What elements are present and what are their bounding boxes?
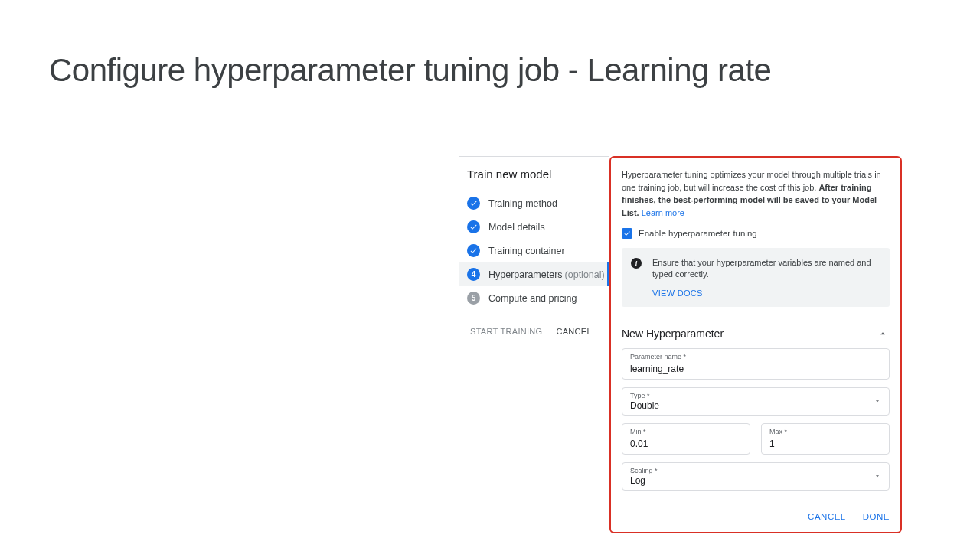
cancel-button[interactable]: CANCEL [556,327,591,336]
panel-done-button[interactable]: DONE [863,512,890,521]
page-title: Configure hyperparameter tuning job - Le… [49,52,771,89]
panel-actions: CANCEL DONE [622,512,890,521]
field-label: Min * [630,428,742,435]
min-field[interactable]: Min * [622,423,750,455]
max-input[interactable] [769,439,881,449]
step-label: Hyperparameters [488,269,563,280]
parameter-name-field[interactable]: Parameter name * [622,348,890,380]
scaling-field[interactable]: Scaling * Log [622,462,890,491]
stepper-title: Train new model [467,168,609,181]
scaling-value: Log [630,475,881,486]
hyperparameter-header: New Hyperparameter [622,327,890,341]
type-field[interactable]: Type * Double [622,387,890,416]
chevron-down-icon [874,469,881,483]
checkbox-checked-icon[interactable] [622,228,632,239]
max-field[interactable]: Max * [761,423,890,455]
step-model-details[interactable]: Model details [459,215,609,239]
step-number-icon: 4 [467,268,480,281]
view-docs-link[interactable]: VIEW DOCS [652,289,880,298]
enable-tuning-label: Enable hyperparameter tuning [639,229,757,238]
step-label: Training method [488,198,557,209]
step-label: Model details [488,222,545,233]
enable-tuning-row[interactable]: Enable hyperparameter tuning [622,228,890,239]
hyperparameter-panel: Hyperparameter tuning optimizes your mod… [609,156,902,533]
step-label: Compute and pricing [488,293,577,304]
parameter-name-input[interactable] [630,364,881,374]
info-banner: i Ensure that your hyperparameter variab… [622,248,890,307]
step-optional-label: (optional) [565,269,605,280]
info-icon: i [631,258,642,269]
chevron-down-icon [874,394,881,408]
panel-cancel-button[interactable]: CANCEL [808,512,846,521]
intro-text: Hyperparameter tuning optimizes your mod… [622,168,890,219]
step-hyperparameters[interactable]: 4 Hyperparameters (optional) [459,262,609,286]
type-value: Double [630,400,881,411]
step-training-container[interactable]: Training container [459,239,609,262]
info-text: Ensure that your hyperparameter variable… [652,257,880,281]
hyperparameter-title: New Hyperparameter [622,328,724,340]
field-label: Scaling * [630,467,881,474]
stepper-panel: Train new model Training method Model de… [459,156,609,336]
check-icon [467,197,480,210]
step-label: Training container [488,246,565,256]
field-label: Type * [630,392,881,399]
start-training-button[interactable]: START TRAINING [470,327,542,336]
field-label: Max * [769,428,881,435]
min-input[interactable] [630,439,742,449]
chevron-up-icon[interactable] [876,327,890,341]
check-icon [467,244,480,257]
check-icon [467,220,480,233]
learn-more-link[interactable]: Learn more [642,208,684,217]
step-number-icon: 5 [467,292,480,305]
field-label: Parameter name * [630,353,881,360]
step-training-method[interactable]: Training method [459,191,609,215]
step-compute-pricing[interactable]: 5 Compute and pricing [459,286,609,310]
stepper-actions: START TRAINING CANCEL [459,319,609,336]
